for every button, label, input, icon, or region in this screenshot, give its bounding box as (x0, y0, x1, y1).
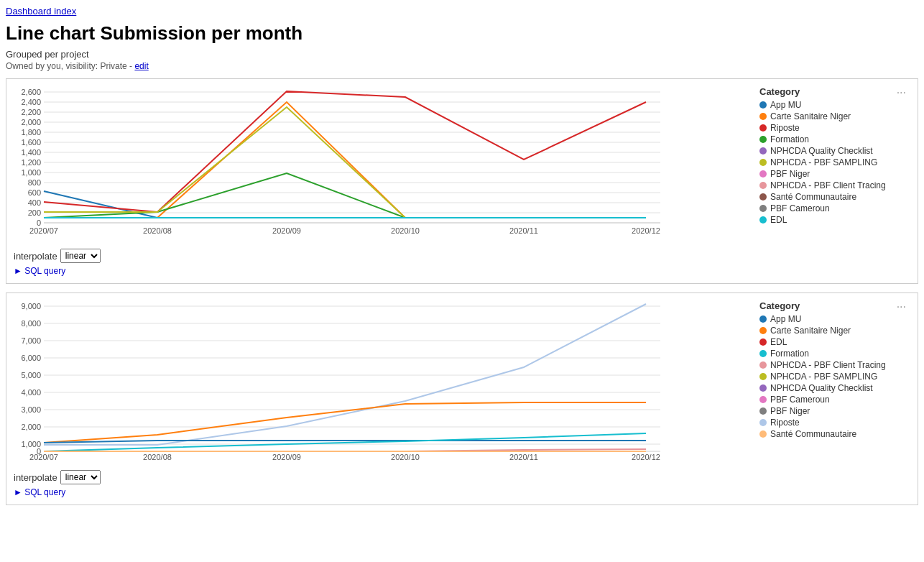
svg-text:1,600: 1,600 (21, 138, 41, 147)
legend-dot (759, 170, 767, 178)
legend-dot (759, 113, 767, 120)
svg-text:3,000: 3,000 (21, 405, 41, 414)
chart2-svg-wrap: 9,000 8,000 7,000 6,000 5,000 4,000 3,00… (14, 300, 752, 466)
svg-text:1,000: 1,000 (21, 168, 41, 177)
svg-text:2020/07: 2020/07 (29, 226, 58, 235)
legend-item: PBF Niger (759, 169, 910, 179)
chart1-sql-query[interactable]: ► SQL query (14, 266, 910, 276)
legend-dot (759, 101, 767, 109)
grouped-label: Grouped per project (6, 49, 918, 60)
legend-label: NPHCDA Quality Checklist (770, 383, 873, 393)
legend-item: App MU (759, 314, 910, 324)
svg-text:2,000: 2,000 (21, 118, 41, 126)
svg-text:5,000: 5,000 (21, 371, 41, 379)
legend-item: NPHCDA - PBF SAMPLING (759, 157, 910, 167)
svg-text:1,800: 1,800 (21, 128, 41, 137)
legend-item: Riposte (759, 418, 910, 428)
svg-text:2020/10: 2020/10 (391, 226, 420, 235)
legend-item: Formation (759, 349, 910, 359)
svg-text:2020/10: 2020/10 (391, 453, 420, 461)
legend-label: EDL (770, 215, 787, 225)
legend-dot (759, 205, 767, 212)
chart1-more-button[interactable]: ··· (892, 85, 910, 101)
legend-dot (759, 407, 767, 415)
legend-label: NPHCDA Quality Checklist (770, 146, 873, 156)
legend-dot (759, 193, 767, 201)
legend-dot (759, 216, 767, 224)
chart2-container: 9,000 8,000 7,000 6,000 5,000 4,000 3,00… (6, 292, 918, 505)
legend-label: App MU (770, 314, 801, 324)
svg-text:400: 400 (28, 198, 41, 207)
legend-item: PBF Cameroun (759, 395, 910, 405)
legend-item: App MU (759, 100, 910, 110)
legend-label: NPHCDA - PBF Client Tracing (770, 180, 886, 190)
chart1-svg: 2,600 2,400 2,200 2,000 1,800 1,600 1,40… (14, 86, 675, 244)
svg-text:2020/09: 2020/09 (272, 453, 301, 461)
legend-item: PBF Niger (759, 406, 910, 416)
legend-item: Formation (759, 134, 910, 144)
legend-item: NPHCDA - PBF Client Tracing (759, 180, 910, 190)
chart2-interpolate-select[interactable]: linear step basis (60, 470, 101, 484)
legend-dot (759, 124, 767, 132)
svg-text:6,000: 6,000 (21, 354, 41, 362)
chart1-legend-title: Category (759, 86, 910, 97)
svg-text:2020/12: 2020/12 (632, 226, 660, 235)
svg-text:1,200: 1,200 (21, 158, 41, 167)
svg-text:2020/11: 2020/11 (509, 226, 538, 235)
legend-dot (759, 159, 767, 166)
legend-label: PBF Cameroun (770, 203, 830, 213)
legend-label: PBF Niger (770, 406, 810, 416)
svg-text:2,400: 2,400 (21, 98, 41, 106)
legend-label: Riposte (770, 418, 800, 428)
chart1-interpolate-select[interactable]: linear step basis (60, 249, 101, 263)
chart2-legend: Category ··· App MUCarte Sanitaire Niger… (752, 300, 910, 466)
legend-label: EDL (770, 337, 787, 347)
legend-label: App MU (770, 100, 801, 110)
chart1-legend: Category ··· App MUCarte Sanitaire Niger… (752, 86, 910, 244)
legend-dot (759, 136, 767, 143)
breadcrumb-link[interactable]: Dashboard index (6, 6, 76, 17)
legend-dot (759, 327, 767, 334)
legend-item: EDL (759, 337, 910, 347)
svg-text:2020/08: 2020/08 (143, 226, 172, 235)
legend-label: Formation (770, 134, 809, 144)
svg-text:2,000: 2,000 (21, 423, 41, 431)
legend-dot (759, 373, 767, 380)
page-title: Line chart Submission per month (6, 22, 918, 45)
legend-item: Santé Communautaire (759, 429, 910, 439)
chart2-legend-title: Category (759, 300, 910, 311)
legend-label: Carte Sanitaire Niger (770, 326, 851, 336)
chart2-svg: 9,000 8,000 7,000 6,000 5,000 4,000 3,00… (14, 300, 675, 466)
legend-dot (759, 350, 767, 357)
legend-item: NPHCDA - PBF Client Tracing (759, 360, 910, 370)
legend-label: NPHCDA - PBF SAMPLING (770, 157, 877, 167)
svg-text:9,000: 9,000 (21, 302, 41, 310)
chart1-container: 2,600 2,400 2,200 2,000 1,800 1,600 1,40… (6, 78, 918, 284)
legend-label: NPHCDA - PBF SAMPLING (770, 372, 877, 382)
svg-text:2020/09: 2020/09 (272, 226, 301, 235)
chart2-sql-query[interactable]: ► SQL query (14, 487, 910, 497)
legend-label: Santé Communautaire (770, 192, 856, 202)
legend-dot (759, 147, 767, 155)
legend-item: NPHCDA - PBF SAMPLING (759, 372, 910, 382)
svg-text:2,200: 2,200 (21, 108, 41, 116)
legend-dot (759, 396, 767, 403)
svg-text:2020/08: 2020/08 (143, 453, 172, 461)
svg-text:200: 200 (28, 208, 41, 217)
legend-item: NPHCDA Quality Checklist (759, 146, 910, 156)
svg-text:1,400: 1,400 (21, 148, 41, 157)
svg-text:600: 600 (28, 188, 41, 197)
legend-label: Carte Sanitaire Niger (770, 111, 851, 121)
chart1-svg-wrap: 2,600 2,400 2,200 2,000 1,800 1,600 1,40… (14, 86, 752, 244)
legend-item: PBF Cameroun (759, 203, 910, 213)
legend-item: Santé Communautaire (759, 192, 910, 202)
edit-link[interactable]: edit (134, 61, 148, 71)
legend-label: PBF Cameroun (770, 395, 830, 405)
legend-dot (759, 315, 767, 323)
legend-dot (759, 182, 767, 189)
chart1-interpolate-label: interpolate (14, 251, 57, 262)
legend-label: Riposte (770, 123, 800, 133)
legend-label: Santé Communautaire (770, 429, 856, 439)
chart2-more-button[interactable]: ··· (892, 299, 910, 315)
chart1-interpolate-row: interpolate linear step basis (14, 249, 910, 263)
